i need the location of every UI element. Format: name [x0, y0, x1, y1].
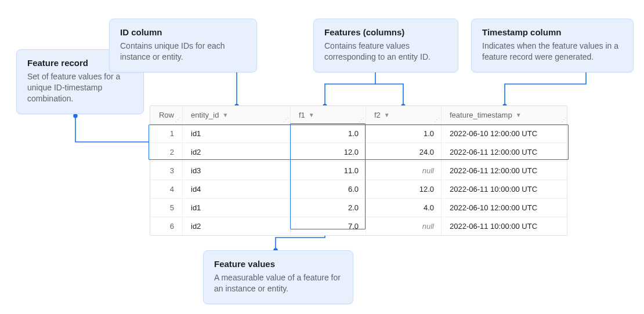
cell-f1: 7.0 — [291, 217, 366, 235]
header-label: feature_timestamp — [450, 111, 512, 119]
column-header-f2[interactable]: f2 ▼ ⋰ — [366, 106, 442, 124]
callout-timestamp: Timestamp column Indicates when the feat… — [471, 19, 634, 72]
cell-f2: 12.0 — [366, 180, 442, 198]
cell-entity-id: id2 — [183, 217, 291, 235]
header-label: f2 — [374, 111, 381, 119]
column-header-row[interactable]: Row ⋰ — [150, 106, 183, 124]
cell-f2: null — [366, 162, 442, 180]
callout-id-column: ID column Contains unique IDs for each i… — [109, 19, 257, 72]
cell-row-number: 6 — [150, 217, 183, 235]
cell-f2: 24.0 — [366, 143, 442, 161]
table-header-row: Row ⋰ entity_id ▼ ⋰ f1 ▼ ⋰ f2 ▼ ⋰ featur… — [150, 106, 567, 125]
callout-title: Feature values — [214, 259, 342, 269]
cell-f1: 11.0 — [291, 162, 366, 180]
callout-desc: A measurable value of a feature for an i… — [214, 272, 342, 294]
sort-icon: ▼ — [384, 112, 390, 118]
header-label: f1 — [299, 111, 305, 119]
callout-title: ID column — [120, 27, 246, 37]
table-row[interactable]: 2id212.024.02022-06-11 12:00:00 UTC — [150, 143, 567, 162]
feature-table: Row ⋰ entity_id ▼ ⋰ f1 ▼ ⋰ f2 ▼ ⋰ featur… — [150, 105, 567, 236]
resize-grip-icon[interactable]: ⋰ — [561, 116, 566, 123]
callout-desc: Contains unique IDs for each instance or… — [120, 41, 246, 63]
cell-f2: 1.0 — [366, 125, 442, 143]
header-label: Row — [159, 111, 174, 119]
resize-grip-icon[interactable]: ⋰ — [359, 116, 363, 123]
sort-icon: ▼ — [222, 112, 228, 118]
callout-desc: Set of feature values for a unique ID-ti… — [27, 71, 133, 104]
resize-grip-icon[interactable]: ⋰ — [175, 116, 180, 123]
svg-point-0 — [74, 114, 77, 118]
callout-features: Features (columns) Contains feature valu… — [313, 19, 458, 72]
column-header-f1[interactable]: f1 ▼ ⋰ — [291, 106, 366, 124]
table-row[interactable]: 5id12.04.02022-06-10 12:00:00 UTC — [150, 199, 567, 217]
cell-row-number: 5 — [150, 199, 183, 217]
header-label: entity_id — [191, 111, 219, 119]
table-row[interactable]: 4id46.012.02022-06-11 10:00:00 UTC — [150, 180, 567, 199]
cell-timestamp: 2022-06-11 12:00:00 UTC — [442, 162, 568, 180]
cell-f2: null — [366, 217, 442, 235]
cell-timestamp: 2022-06-11 10:00:00 UTC — [442, 180, 568, 198]
table-row[interactable]: 3id311.0null2022-06-11 12:00:00 UTC — [150, 162, 567, 180]
sort-icon: ▼ — [309, 112, 314, 118]
cell-row-number: 3 — [150, 162, 183, 180]
cell-f1: 6.0 — [291, 180, 366, 198]
cell-timestamp: 2022-06-11 10:00:00 UTC — [442, 217, 568, 235]
cell-timestamp: 2022-06-10 12:00:00 UTC — [442, 199, 568, 217]
callout-title: Features (columns) — [324, 27, 447, 37]
cell-f2: 4.0 — [366, 199, 442, 217]
cell-entity-id: id1 — [183, 125, 291, 143]
cell-entity-id: id4 — [183, 180, 291, 198]
cell-f1: 2.0 — [291, 199, 366, 217]
cell-row-number: 4 — [150, 180, 183, 198]
callout-title: Timestamp column — [482, 27, 623, 37]
cell-entity-id: id1 — [183, 199, 291, 217]
table-row[interactable]: 1id11.01.02022-06-10 12:00:00 UTC — [150, 125, 567, 143]
callout-feature-values: Feature values A measurable value of a f… — [203, 250, 353, 304]
resize-grip-icon[interactable]: ⋰ — [283, 116, 288, 123]
column-header-entity-id[interactable]: entity_id ▼ ⋰ — [183, 106, 291, 124]
callout-desc: Indicates when the feature values in a f… — [482, 41, 623, 63]
callout-desc: Contains feature values corresponding to… — [324, 41, 447, 63]
column-header-timestamp[interactable]: feature_timestamp ▼ ⋰ — [442, 106, 568, 124]
sort-icon: ▼ — [516, 112, 522, 118]
cell-entity-id: id3 — [183, 162, 291, 180]
cell-row-number: 2 — [150, 143, 183, 161]
cell-entity-id: id2 — [183, 143, 291, 161]
cell-f1: 1.0 — [291, 125, 366, 143]
resize-grip-icon[interactable]: ⋰ — [434, 116, 439, 123]
cell-f1: 12.0 — [291, 143, 366, 161]
cell-timestamp: 2022-06-11 12:00:00 UTC — [442, 143, 568, 161]
cell-row-number: 1 — [150, 125, 183, 143]
table-body: 1id11.01.02022-06-10 12:00:00 UTC2id212.… — [150, 125, 567, 235]
table-row[interactable]: 6id27.0null2022-06-11 10:00:00 UTC — [150, 217, 567, 235]
cell-timestamp: 2022-06-10 12:00:00 UTC — [442, 125, 568, 143]
